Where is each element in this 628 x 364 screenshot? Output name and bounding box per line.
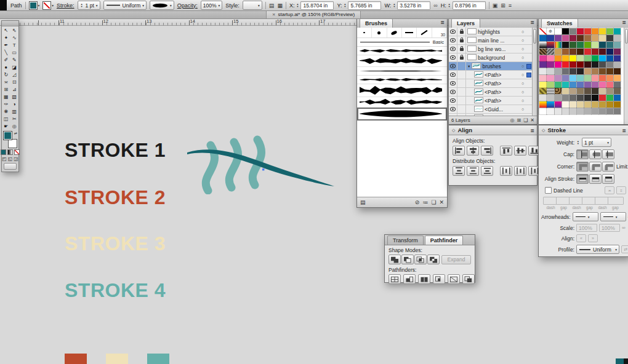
swatch[interactable] <box>599 55 606 61</box>
vertical-distribute-center-button[interactable] <box>467 166 479 176</box>
swatch[interactable] <box>539 35 546 41</box>
brush-libraries-icon[interactable]: ▤ <box>360 199 366 205</box>
swatch[interactable] <box>547 88 554 94</box>
layer-row[interactable]: <Path> ○ <box>449 97 533 105</box>
swatch[interactable] <box>570 88 576 94</box>
swatch[interactable] <box>599 28 606 34</box>
layer-target-icon[interactable]: ○ <box>519 107 526 111</box>
swatch[interactable] <box>606 82 613 88</box>
pen-tool[interactable]: ✒ <box>2 41 10 49</box>
swatch[interactable] <box>547 108 554 114</box>
tab-swatches[interactable]: Swatches <box>541 18 578 28</box>
swatch[interactable] <box>614 49 621 55</box>
swatch[interactable] <box>614 108 621 114</box>
swatch[interactable] <box>547 101 554 108</box>
swatch[interactable] <box>539 108 546 114</box>
link-scale-icon[interactable]: ∞ <box>622 225 626 231</box>
layer-visibility-toggle[interactable] <box>449 53 457 61</box>
swatch[interactable] <box>555 82 562 88</box>
layer-name[interactable]: <Path> <box>485 98 501 104</box>
layer-lock-toggle[interactable] <box>457 79 466 87</box>
panel-menu-icon[interactable]: ≣ <box>530 20 534 25</box>
fill-color-chip[interactable]: ▾ <box>29 1 40 10</box>
vertical-distribute-bottom-button[interactable] <box>481 166 493 176</box>
swatch[interactable] <box>555 101 562 108</box>
swatch[interactable] <box>562 88 569 94</box>
brush-charcoal-thin[interactable] <box>357 47 447 55</box>
vertical-align-top-button[interactable] <box>500 146 512 156</box>
swatch[interactable] <box>614 88 621 94</box>
layer-lock-toggle[interactable] <box>457 71 466 79</box>
layer-name[interactable]: background <box>478 55 505 61</box>
swatch[interactable] <box>555 35 562 41</box>
swatch[interactable] <box>555 75 562 81</box>
swatch[interactable] <box>570 101 576 108</box>
free-transform-tool[interactable]: ⊡ <box>10 78 19 85</box>
swatch[interactable] <box>584 82 591 88</box>
layer-visibility-toggle[interactable] <box>449 36 457 44</box>
swatch[interactable] <box>539 49 546 55</box>
delete-brush-icon[interactable]: ✕ <box>439 199 444 205</box>
layer-name[interactable]: <Path> <box>485 72 501 78</box>
swatch[interactable] <box>555 49 562 55</box>
tab-transform[interactable]: Transform <box>387 235 424 245</box>
divide-button[interactable] <box>388 274 401 284</box>
swatch[interactable] <box>592 101 598 108</box>
brush-flat-oval[interactable] <box>387 28 402 38</box>
slice-tool[interactable]: ✂ <box>10 115 19 122</box>
swatch[interactable] <box>606 108 613 114</box>
lasso-tool[interactable]: ∿ <box>10 34 19 41</box>
swatch[interactable] <box>599 75 606 81</box>
dashed-line-checkbox[interactable] <box>545 187 552 194</box>
swatch[interactable] <box>584 101 591 108</box>
zoom-tool[interactable]: ◎ <box>10 122 19 130</box>
shape-builder-tool[interactable]: ⊞ <box>2 85 10 93</box>
align-stroke-inside-button[interactable] <box>589 174 602 184</box>
align-stroke-center-button[interactable] <box>576 174 589 184</box>
layer-lock-toggle[interactable] <box>457 105 466 113</box>
stroke-panel-link[interactable]: Stroke: <box>57 2 74 9</box>
width-tool[interactable]: ≍ <box>2 78 10 85</box>
swatch[interactable] <box>555 55 562 61</box>
layer-row[interactable]: <Path> ○ <box>449 71 533 79</box>
layer-lock-toggle[interactable] <box>457 97 466 105</box>
column-graph-tool[interactable]: ▥ <box>10 108 19 115</box>
layer-thumbnail[interactable] <box>474 71 483 79</box>
none-button[interactable] <box>14 149 20 155</box>
layer-visibility-toggle[interactable] <box>449 88 457 96</box>
tab-close-icon[interactable]: ✕ <box>272 12 275 17</box>
swatch[interactable] <box>570 35 576 41</box>
direct-selection-tool[interactable]: ⇖ <box>10 26 19 34</box>
perspective-grid-tool[interactable]: ⊿ <box>10 85 19 93</box>
swatch[interactable] <box>555 61 562 68</box>
swatch[interactable] <box>577 108 584 114</box>
options-selected-object-icon[interactable]: ≔ <box>422 199 428 205</box>
swatches-scrollbar[interactable] <box>624 28 628 124</box>
eraser-tool[interactable]: ◪ <box>10 63 19 71</box>
layer-row[interactable]: highlights ○ <box>449 28 533 36</box>
gradient-button[interactable] <box>7 149 13 155</box>
h-stepper[interactable]: ▴▾ <box>448 3 451 7</box>
swatch[interactable] <box>614 35 621 41</box>
swatch[interactable] <box>547 55 554 61</box>
layer-visibility-toggle[interactable] <box>449 62 457 70</box>
swatch[interactable] <box>599 101 606 108</box>
height-field[interactable]: 0.8796 in <box>453 1 486 10</box>
layer-target-icon[interactable]: ○ <box>519 55 526 60</box>
swatch[interactable] <box>606 28 613 34</box>
swatch[interactable] <box>606 49 613 55</box>
layer-lock-toggle[interactable] <box>457 28 466 36</box>
weight-stepper[interactable]: ▴▾ <box>80 3 84 7</box>
layer-lock-toggle[interactable] <box>457 36 466 44</box>
arrow-align-end-button[interactable]: » <box>588 234 598 242</box>
swatch[interactable] <box>547 61 554 68</box>
layer-row[interactable]: <Guid... ○ <box>449 105 533 114</box>
swatch[interactable] <box>592 55 598 61</box>
swatch[interactable] <box>562 101 569 108</box>
layer-visibility-toggle[interactable] <box>449 97 457 105</box>
swatch[interactable] <box>539 61 546 68</box>
layer-visibility-toggle[interactable] <box>449 28 457 36</box>
layer-visibility-toggle[interactable] <box>449 45 457 53</box>
swatch[interactable]: ⊕ <box>547 28 554 34</box>
symbol-sprayer-tool[interactable]: ❋ <box>2 108 10 115</box>
